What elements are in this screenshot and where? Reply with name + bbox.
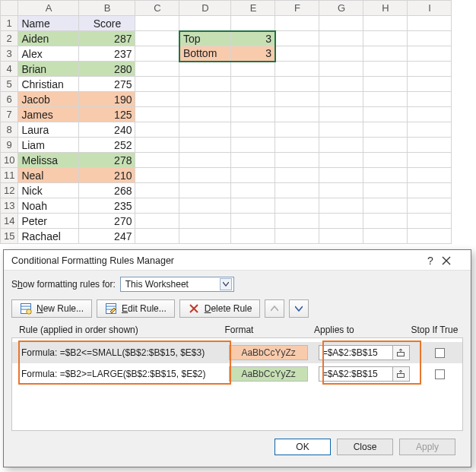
cell[interactable] bbox=[135, 214, 179, 229]
name-cell[interactable]: Nick bbox=[18, 183, 79, 198]
cell[interactable] bbox=[231, 153, 275, 168]
cell[interactable] bbox=[363, 153, 408, 168]
cell[interactable] bbox=[179, 214, 231, 229]
cell[interactable] bbox=[275, 31, 319, 46]
cell[interactable] bbox=[135, 62, 179, 77]
apply-button[interactable]: Apply bbox=[399, 439, 455, 455]
close-button[interactable]: Close bbox=[337, 439, 393, 455]
col-A[interactable]: A bbox=[18, 1, 79, 16]
cell[interactable] bbox=[231, 16, 275, 31]
row-header[interactable]: 2 bbox=[1, 31, 18, 46]
name-cell[interactable]: Liam bbox=[18, 138, 79, 153]
name-cell[interactable]: Alex bbox=[18, 46, 79, 62]
cell[interactable] bbox=[179, 92, 231, 107]
cell[interactable] bbox=[135, 168, 179, 183]
row-15[interactable]: 15Rachael247 bbox=[1, 229, 452, 244]
cell[interactable] bbox=[363, 16, 408, 31]
score-cell[interactable]: 240 bbox=[79, 122, 135, 138]
cell[interactable] bbox=[135, 31, 179, 46]
cell[interactable] bbox=[275, 122, 319, 138]
cell[interactable] bbox=[319, 16, 363, 31]
name-cell[interactable]: Melissa bbox=[18, 153, 79, 168]
cell[interactable] bbox=[363, 107, 408, 122]
cell[interactable] bbox=[319, 168, 363, 183]
cell[interactable] bbox=[231, 229, 275, 244]
cell[interactable] bbox=[275, 168, 319, 183]
cell[interactable] bbox=[363, 31, 408, 46]
cell[interactable] bbox=[231, 77, 275, 92]
cell[interactable] bbox=[179, 198, 231, 214]
cell[interactable] bbox=[319, 138, 363, 153]
name-cell[interactable]: Peter bbox=[18, 214, 79, 229]
cell[interactable] bbox=[135, 198, 179, 214]
column-headers[interactable]: A B C D E F G H I bbox=[1, 1, 452, 16]
row-header[interactable]: 12 bbox=[1, 183, 18, 198]
row-12[interactable]: 12Nick268 bbox=[1, 183, 452, 198]
row-header[interactable]: 14 bbox=[1, 214, 18, 229]
stop-if-true-checkbox[interactable] bbox=[435, 348, 445, 358]
cell[interactable] bbox=[408, 77, 452, 92]
row-10[interactable]: 10Melissa278 bbox=[1, 153, 452, 168]
cell[interactable] bbox=[408, 16, 452, 31]
cell[interactable] bbox=[135, 183, 179, 198]
cell[interactable] bbox=[275, 198, 319, 214]
cell[interactable] bbox=[408, 168, 452, 183]
score-cell[interactable]: 237 bbox=[79, 46, 135, 62]
header-score[interactable]: Score bbox=[79, 16, 135, 31]
cell[interactable] bbox=[363, 62, 408, 77]
cell[interactable] bbox=[179, 107, 231, 122]
name-cell[interactable]: Noah bbox=[18, 198, 79, 214]
score-cell[interactable]: 210 bbox=[79, 168, 135, 183]
cell[interactable] bbox=[275, 46, 319, 62]
cell[interactable] bbox=[319, 46, 363, 62]
name-cell[interactable]: Laura bbox=[18, 122, 79, 138]
row-8[interactable]: 8Laura240 bbox=[1, 122, 452, 138]
cell[interactable] bbox=[363, 214, 408, 229]
score-cell[interactable]: 268 bbox=[79, 183, 135, 198]
move-up-button[interactable] bbox=[265, 299, 284, 318]
cell[interactable] bbox=[319, 92, 363, 107]
cell[interactable] bbox=[135, 229, 179, 244]
cell[interactable] bbox=[363, 138, 408, 153]
close-icon[interactable] bbox=[442, 256, 465, 265]
score-cell[interactable]: 280 bbox=[79, 62, 135, 77]
cell[interactable] bbox=[363, 183, 408, 198]
cell[interactable] bbox=[319, 183, 363, 198]
cell[interactable] bbox=[275, 16, 319, 31]
cell[interactable] bbox=[319, 198, 363, 214]
cell[interactable] bbox=[135, 122, 179, 138]
cell[interactable] bbox=[275, 92, 319, 107]
cell[interactable] bbox=[319, 31, 363, 46]
cell[interactable] bbox=[179, 16, 231, 31]
cell[interactable] bbox=[135, 16, 179, 31]
cell[interactable] bbox=[179, 153, 231, 168]
name-cell[interactable]: Aiden bbox=[18, 31, 79, 46]
cell[interactable] bbox=[408, 31, 452, 46]
cell[interactable] bbox=[319, 122, 363, 138]
cell[interactable] bbox=[231, 214, 275, 229]
cell[interactable] bbox=[319, 62, 363, 77]
row-1[interactable]: 1NameScore bbox=[1, 16, 452, 31]
cell[interactable] bbox=[231, 183, 275, 198]
cell[interactable] bbox=[231, 138, 275, 153]
row-3[interactable]: 3Alex237Bottom3 bbox=[1, 46, 452, 62]
cell[interactable] bbox=[275, 183, 319, 198]
name-cell[interactable]: Jacob bbox=[18, 92, 79, 107]
cell[interactable] bbox=[408, 138, 452, 153]
cell[interactable] bbox=[363, 77, 408, 92]
cell[interactable] bbox=[408, 62, 452, 77]
row-11[interactable]: 11Neal210 bbox=[1, 168, 452, 183]
cell[interactable] bbox=[319, 153, 363, 168]
cell[interactable] bbox=[135, 107, 179, 122]
cell[interactable] bbox=[275, 214, 319, 229]
row-7[interactable]: 7James125 bbox=[1, 107, 452, 122]
cell[interactable] bbox=[135, 46, 179, 62]
score-cell[interactable]: 252 bbox=[79, 138, 135, 153]
cell[interactable] bbox=[408, 229, 452, 244]
cell[interactable] bbox=[363, 46, 408, 62]
cell[interactable] bbox=[231, 62, 275, 77]
cell[interactable] bbox=[319, 77, 363, 92]
name-cell[interactable]: James bbox=[18, 107, 79, 122]
col-F[interactable]: F bbox=[275, 1, 319, 16]
col-G[interactable]: G bbox=[319, 1, 363, 16]
